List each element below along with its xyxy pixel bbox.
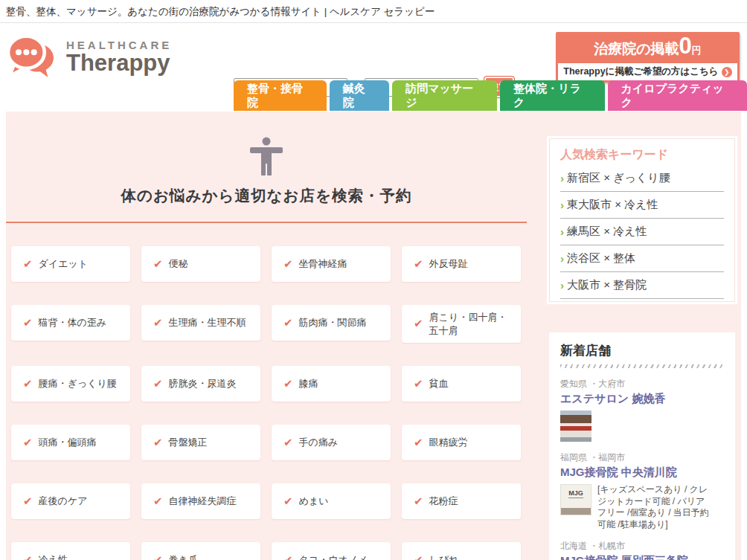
mjg-logo: MJG bbox=[568, 490, 583, 498]
check-icon: ✔ bbox=[283, 257, 293, 271]
check-icon: ✔ bbox=[23, 435, 33, 450]
symptom-card-kotsuban[interactable]: ✔骨盤矯正 bbox=[141, 425, 260, 460]
symptom-card-youtsu[interactable]: ✔腰痛・ぎっくり腰 bbox=[11, 366, 130, 402]
symptom-card-kinniku[interactable]: ✔筋肉痛・関節痛 bbox=[272, 305, 391, 341]
symptom-card-gansei[interactable]: ✔眼精疲労 bbox=[402, 425, 521, 460]
check-icon: ✔ bbox=[23, 315, 33, 330]
symptom-card-sango[interactable]: ✔産後のケア bbox=[11, 483, 130, 519]
keyword-link-shibuya[interactable]: ›渋谷区 × 整体 bbox=[560, 245, 724, 272]
check-icon: ✔ bbox=[153, 315, 163, 330]
check-icon: ✔ bbox=[414, 435, 423, 450]
store-region: 福岡県 ・福岡市 bbox=[560, 451, 724, 464]
check-icon: ✔ bbox=[153, 257, 163, 271]
symptom-card-hinketsu[interactable]: ✔貧血 bbox=[402, 366, 521, 402]
check-icon: ✔ bbox=[283, 435, 293, 450]
check-icon: ✔ bbox=[414, 376, 423, 391]
check-icon: ✔ bbox=[153, 494, 163, 509]
symptom-search-section: 体のお悩みから適切なお店を検索・予約 ✔ダイエット ✔便秘 ✔坐骨神経痛 ✔外反… bbox=[6, 137, 527, 560]
check-icon: ✔ bbox=[283, 494, 293, 509]
symptom-card-diet[interactable]: ✔ダイエット bbox=[11, 246, 130, 282]
check-icon: ✔ bbox=[414, 494, 423, 509]
arrow-right-icon: ❯ bbox=[722, 67, 732, 77]
symptom-card-jiritsu[interactable]: ✔自律神経失調症 bbox=[141, 483, 260, 519]
header: HEALTHCARE Therappy × 検索 治療院の掲載0円 Therap… bbox=[0, 23, 747, 111]
check-icon: ✔ bbox=[153, 435, 163, 450]
store-name-link[interactable]: MJG接骨院 厚別西三条院 bbox=[560, 554, 724, 560]
hatched-divider bbox=[560, 364, 724, 368]
store-entry: 福岡県 ・福岡市 MJG接骨院 中央清川院 MJG [キッズスペースあり / ク… bbox=[560, 451, 724, 530]
symptom-card-gaihan[interactable]: ✔外反母趾 bbox=[402, 246, 521, 282]
symptom-card-nekoze[interactable]: ✔猫背・体の歪み bbox=[11, 305, 130, 341]
check-icon: ✔ bbox=[23, 494, 33, 509]
symptom-card-makizume[interactable]: ✔巻き爪 bbox=[141, 542, 260, 560]
tab-seikotsu-sekkotsuin[interactable]: 整骨・接骨院 bbox=[234, 80, 327, 111]
main-content: 体のお悩みから適切なお店を検索・予約 ✔ダイエット ✔便秘 ✔坐骨神経痛 ✔外反… bbox=[6, 112, 741, 560]
listing-promo-banner[interactable]: 治療院の掲載0円 Therappyに掲載ご希望の方はこちら ❯ bbox=[556, 32, 740, 83]
symptom-grid: ✔ダイエット ✔便秘 ✔坐骨神経痛 ✔外反母趾 ✔猫背・体の歪み ✔生理痛・生理… bbox=[11, 246, 527, 560]
chevron-right-icon: › bbox=[560, 225, 564, 238]
store-features: [キッズスペースあり / クレジットカード可能 / バリアフリー /個室あり /… bbox=[597, 484, 713, 530]
store-entry: 北海道 ・札幌市 MJG接骨院 厚別西三条院 MJG [キッズスペースあり / … bbox=[560, 540, 724, 560]
check-icon: ✔ bbox=[414, 257, 423, 271]
tab-seitaiin-relax[interactable]: 整体院・リラク bbox=[500, 80, 605, 111]
speech-bubbles-icon bbox=[6, 33, 55, 82]
promo-title: 治療院の掲載0円 bbox=[558, 35, 737, 62]
zero-yen-number: 0 bbox=[679, 33, 692, 59]
site-logo[interactable]: HEALTHCARE Therappy bbox=[6, 33, 172, 82]
new-stores-box: 新着店舗 愛知県 ・大府市 エステサロン 婉娩香 福岡県 ・福岡市 MJG接骨院… bbox=[549, 332, 735, 560]
check-icon: ✔ bbox=[414, 553, 423, 560]
check-icon: ✔ bbox=[23, 553, 33, 560]
keyword-link-nerima[interactable]: ›練馬区 × 冷え性 bbox=[560, 219, 724, 245]
store-photo[interactable] bbox=[560, 411, 591, 442]
tab-houmon-massage[interactable]: 訪問マッサージ bbox=[392, 80, 497, 111]
check-icon: ✔ bbox=[153, 376, 163, 391]
sidebar: 人気検索キーワード ›新宿区 × ぎっくり腰 ›東大阪市 × 冷え性 ›練馬区 … bbox=[549, 138, 735, 560]
symptom-card-shibire[interactable]: ✔しびれ bbox=[402, 542, 521, 560]
popular-keywords-heading: 人気検索キーワード bbox=[560, 147, 724, 163]
tab-chiropractic[interactable]: カイロプラクティック bbox=[608, 80, 747, 111]
keyword-link-osaka[interactable]: ›大阪市 × 整骨院 bbox=[560, 272, 724, 299]
site-description-bar: 整骨、整体、マッサージ。あなたの街の治療院がみつかる情報サイト | ヘルスケア … bbox=[0, 0, 747, 23]
store-photo[interactable]: MJG bbox=[560, 484, 591, 515]
check-icon: ✔ bbox=[283, 376, 293, 391]
logo-therappy-label: Therappy bbox=[66, 51, 172, 76]
check-icon: ✔ bbox=[283, 315, 293, 330]
symptom-card-tenoitami[interactable]: ✔手の痛み bbox=[272, 425, 391, 460]
chevron-right-icon: › bbox=[560, 252, 564, 265]
symptom-card-benpi[interactable]: ✔便秘 bbox=[141, 246, 260, 282]
store-name-link[interactable]: MJG接骨院 中央清川院 bbox=[560, 466, 724, 480]
keyword-link-higashiosaka[interactable]: ›東大阪市 × 冷え性 bbox=[560, 192, 724, 219]
symptom-card-zutsu[interactable]: ✔頭痛・偏頭痛 bbox=[11, 425, 130, 460]
category-nav: 整骨・接骨院 鍼灸院 訪問マッサージ 整体院・リラク カイロプラクティック bbox=[234, 80, 747, 111]
store-region: 愛知県 ・大府市 bbox=[560, 378, 724, 390]
keyword-link-shinjuku[interactable]: ›新宿区 × ぎっくり腰 bbox=[560, 165, 724, 192]
heading-underline bbox=[6, 222, 527, 223]
symptom-card-seiri[interactable]: ✔生理痛・生理不順 bbox=[141, 305, 260, 341]
promo-cta-link[interactable]: Therappyに掲載ご希望の方はこちら ❯ bbox=[558, 63, 737, 80]
chevron-right-icon: › bbox=[560, 199, 564, 211]
store-entry: 愛知県 ・大府市 エステサロン 婉娩香 bbox=[560, 378, 724, 442]
store-region: 北海道 ・札幌市 bbox=[560, 540, 724, 553]
symptom-card-hizatsu[interactable]: ✔膝痛 bbox=[272, 366, 391, 402]
symptom-card-memai[interactable]: ✔めまい bbox=[272, 483, 391, 519]
section-heading: 体のお悩みから適切なお店を検索・予約 bbox=[6, 185, 527, 206]
check-icon: ✔ bbox=[153, 553, 163, 560]
reception-desk bbox=[561, 508, 591, 515]
symptom-card-kafun[interactable]: ✔花粉症 bbox=[402, 483, 521, 519]
check-icon: ✔ bbox=[23, 376, 33, 391]
symptom-card-tako[interactable]: ✔タコ・ウオノメ bbox=[272, 542, 391, 560]
check-icon: ✔ bbox=[23, 257, 33, 271]
tab-shinkyuin[interactable]: 鍼灸院 bbox=[330, 80, 389, 111]
check-icon: ✔ bbox=[283, 553, 293, 560]
chevron-right-icon: › bbox=[560, 279, 564, 292]
symptom-card-zakotsu[interactable]: ✔坐骨神経痛 bbox=[272, 246, 391, 282]
store-name-link[interactable]: エステサロン 婉娩香 bbox=[560, 392, 724, 406]
symptom-card-katakori[interactable]: ✔肩こり・四十肩・五十肩 bbox=[402, 305, 521, 343]
check-icon: ✔ bbox=[414, 316, 423, 331]
symptom-card-bokoen[interactable]: ✔膀胱炎・尿道炎 bbox=[141, 366, 260, 402]
new-stores-heading: 新着店舗 bbox=[560, 342, 724, 359]
logo-text: HEALTHCARE Therappy bbox=[66, 39, 172, 76]
symptom-card-hiesho[interactable]: ✔冷え性 bbox=[11, 542, 130, 560]
chevron-right-icon: › bbox=[560, 172, 564, 184]
popular-keywords-box: 人気検索キーワード ›新宿区 × ぎっくり腰 ›東大阪市 × 冷え性 ›練馬区 … bbox=[549, 138, 735, 302]
